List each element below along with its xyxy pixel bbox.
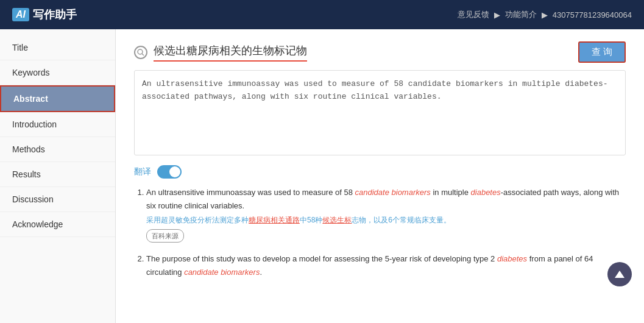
sidebar-item-introduction[interactable]: Introduction: [0, 112, 115, 137]
sidebar-item-results[interactable]: Results: [0, 162, 115, 187]
logo-text: 写作助手: [33, 7, 77, 22]
logo: AI 写作助手: [12, 7, 77, 22]
content-area: 候选出糖尿病相关的生物标记物 查 询 An ultrasensitive imm…: [116, 29, 644, 323]
page-title: 候选出糖尿病相关的生物标记物: [154, 43, 307, 62]
result1-chinese: 采用超灵敏免疫分析法测定多种糖尿病相关通路中58种候选生标志物，以及6个常规临床…: [146, 214, 626, 226]
nav-features[interactable]: 功能简介: [505, 9, 537, 20]
sidebar-item-discussion[interactable]: Discussion: [0, 187, 115, 212]
abstract-textarea[interactable]: An ultrasensitive immunoassay was used t…: [134, 70, 626, 155]
header-nav: 意见反馈 ▶ 功能简介 ▶ 43075778123964006​4: [458, 9, 632, 20]
translate-label: 翻译: [134, 166, 151, 177]
sidebar-item-methods[interactable]: Methods: [0, 137, 115, 162]
svg-point-0: [138, 49, 143, 54]
result1-highlight1: candidate biomarkers: [355, 188, 431, 197]
result1-ch-underline1: 糖尿病相关通路: [249, 216, 300, 224]
result1-text-before: An ultrasensitive immunoassay was used t…: [146, 188, 355, 197]
sidebar-item-acknowledge[interactable]: Acknowledge: [0, 212, 115, 237]
result2-text-before: The purpose of this study was to develop…: [146, 254, 497, 263]
source-badge: 百科来源: [146, 229, 184, 243]
list-item: An ultrasensitive immunoassay was used t…: [146, 186, 626, 243]
sidebar: Title Keywords Abstract Introduction Met…: [0, 29, 116, 323]
sidebar-item-title[interactable]: Title: [0, 35, 115, 60]
result2-text-after: .: [260, 268, 262, 277]
svg-marker-2: [615, 271, 625, 278]
toggle-knob: [169, 166, 180, 177]
query-btn-label: 查 询: [592, 46, 612, 58]
scroll-up-button[interactable]: [607, 262, 632, 286]
search-icon-circle: [134, 46, 147, 59]
result1-ch-underline2: 候选生标: [322, 216, 352, 224]
sidebar-item-abstract[interactable]: Abstract: [0, 85, 115, 112]
nav-id: 43075778123964006​4: [553, 10, 632, 20]
result2-highlight2: candidate biomarkers: [184, 268, 260, 277]
query-button[interactable]: 查 询: [578, 41, 626, 63]
result1-highlight2: diabetes: [471, 188, 501, 197]
svg-line-1: [142, 54, 144, 55]
result-list: An ultrasensitive immunoassay was used t…: [134, 186, 626, 279]
translate-row: 翻译: [134, 165, 626, 179]
ai-logo-icon: AI: [12, 8, 29, 21]
list-item: The purpose of this study was to develop…: [146, 252, 626, 279]
content-header: 候选出糖尿病相关的生物标记物 查 询: [134, 41, 626, 63]
nav-sep2: ▶: [542, 10, 548, 20]
result2-highlight1: diabetes: [497, 254, 527, 263]
sidebar-item-keywords[interactable]: Keywords: [0, 60, 115, 85]
nav-sep1: ▶: [494, 10, 500, 20]
result1-text-mid: in multiple: [431, 188, 471, 197]
nav-feedback[interactable]: 意见反馈: [458, 9, 489, 20]
main-layout: Title Keywords Abstract Introduction Met…: [0, 29, 644, 323]
translate-toggle[interactable]: [157, 165, 182, 179]
header: AI 写作助手 意见反馈 ▶ 功能简介 ▶ 43075778123964006​…: [0, 0, 644, 29]
